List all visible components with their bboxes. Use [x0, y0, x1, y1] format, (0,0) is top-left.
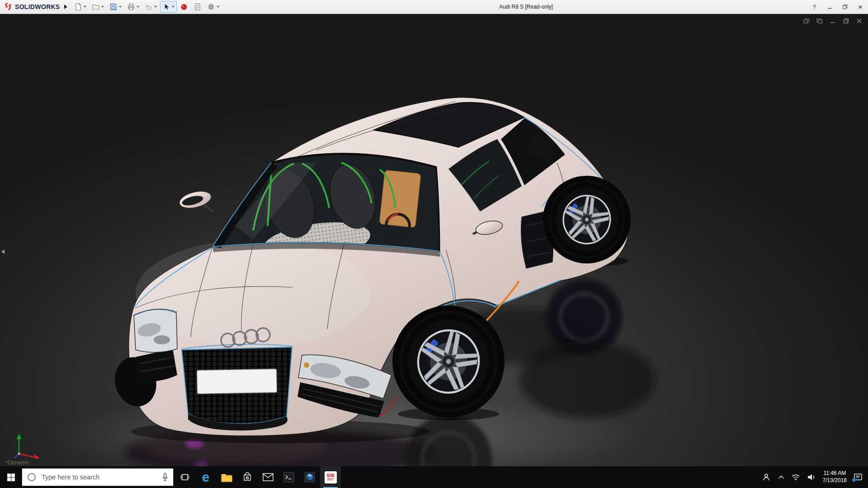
doc-pane-button-1[interactable]	[803, 17, 810, 24]
volume-button[interactable]	[807, 474, 816, 481]
quick-access-toolbar	[72, 1, 222, 13]
clock-date: 7/13/2018	[823, 477, 847, 484]
dropdown-caret-icon	[137, 6, 139, 8]
view-orientation-label: *Dimetric	[5, 459, 29, 466]
taskbar-app-edrawings[interactable]	[299, 466, 320, 488]
license-plate	[197, 369, 277, 394]
dropdown-caret-icon	[217, 6, 219, 8]
dropdown-caret-icon	[101, 6, 104, 8]
terminal-icon	[283, 472, 294, 483]
cortana-icon	[27, 472, 37, 482]
print-button[interactable]	[125, 1, 142, 13]
doc-pane-icon	[803, 18, 810, 24]
microphone-icon[interactable]	[161, 473, 169, 482]
taskbar-app-file-explorer[interactable]	[216, 466, 237, 488]
rebuild-button[interactable]	[178, 1, 190, 13]
solidworks-logo-icon	[4, 3, 13, 11]
edge-icon: e	[202, 471, 209, 484]
orientation-triad	[11, 431, 43, 461]
options-gear-icon	[207, 3, 215, 11]
new-document-icon	[74, 3, 82, 11]
undo-icon	[145, 3, 153, 11]
select-button[interactable]	[160, 1, 177, 13]
doc-pane-icon	[816, 18, 823, 24]
task-view-icon	[180, 472, 190, 482]
titlebar: SOLIDWORKS	[0, 0, 868, 14]
doc-restore-button[interactable]	[842, 17, 849, 24]
cad-cube-icon	[304, 472, 315, 483]
wifi-icon	[791, 474, 800, 481]
3d-model-audi-r8[interactable]	[0, 14, 868, 466]
open-icon	[92, 3, 100, 11]
print-icon	[127, 3, 135, 11]
restore-icon	[842, 4, 848, 9]
options-button[interactable]	[205, 1, 222, 13]
taskbar-app-solidworks-2017[interactable]: SW 2017	[320, 466, 341, 488]
window-controls: ? ×	[810, 0, 864, 14]
clock-time: 11:46 AM	[823, 470, 847, 477]
open-button[interactable]	[90, 1, 106, 13]
doc-pane-button-2[interactable]	[816, 17, 823, 24]
people-button[interactable]	[761, 473, 771, 482]
chevron-up-icon	[778, 475, 784, 479]
screen: SOLIDWORKS	[0, 0, 868, 488]
dropdown-caret-icon	[84, 6, 86, 8]
doc-minimize-button[interactable]	[829, 17, 836, 24]
restore-button[interactable]	[841, 2, 849, 11]
speaker-icon	[807, 474, 816, 481]
people-icon	[761, 473, 771, 482]
store-icon	[243, 472, 252, 482]
doc-close-icon	[856, 18, 862, 24]
dropdown-caret-icon	[119, 6, 122, 8]
taskbar-app-terminal[interactable]	[278, 466, 299, 488]
solidworks-app-icon: SW 2017	[325, 471, 337, 483]
system-tray: 11:46 AM 7/13/2018	[761, 470, 868, 484]
help-button[interactable]: ?	[810, 2, 818, 11]
taskbar-apps: e	[175, 466, 341, 488]
solidworks-logo: SOLIDWORKS	[0, 3, 62, 11]
undo-button[interactable]	[142, 1, 159, 13]
chevron-left-icon	[1, 249, 5, 254]
minimize-icon	[827, 5, 832, 9]
save-button[interactable]	[107, 1, 124, 13]
new-document-button[interactable]	[72, 1, 89, 13]
graphics-area[interactable]: *Dimetric	[0, 14, 868, 466]
close-button[interactable]: ×	[856, 2, 864, 11]
taskbar: e	[0, 466, 868, 488]
taskbar-app-store[interactable]	[237, 466, 258, 488]
dropdown-caret-icon	[172, 6, 175, 8]
app-name: SOLIDWORKS	[15, 3, 60, 10]
mail-icon	[263, 473, 274, 481]
task-view-button[interactable]	[175, 466, 195, 488]
search-input[interactable]	[41, 473, 157, 481]
file-explorer-icon	[221, 473, 232, 482]
windows-logo-icon	[7, 473, 15, 482]
network-button[interactable]	[791, 474, 800, 481]
rebuild-icon	[180, 3, 188, 11]
minimize-button[interactable]	[826, 2, 834, 11]
document-window-controls	[803, 17, 863, 24]
window-title: Audi R8 S [Read-only]	[499, 4, 553, 10]
file-properties-icon	[193, 3, 202, 11]
save-icon	[109, 3, 118, 11]
featuremanager-collapse-tab[interactable]	[0, 242, 5, 262]
select-cursor-icon	[162, 3, 170, 11]
doc-minimize-icon	[830, 18, 836, 24]
taskbar-search[interactable]	[22, 468, 174, 486]
dropdown-caret-icon	[154, 6, 157, 8]
close-icon: ×	[858, 3, 863, 11]
doc-close-button[interactable]	[855, 17, 863, 24]
toolbar-flyout-arrow-icon[interactable]	[64, 5, 67, 9]
doc-restore-icon	[843, 18, 849, 24]
taskbar-app-edge[interactable]: e	[195, 466, 216, 488]
hidden-icons-button[interactable]	[778, 475, 784, 479]
taskbar-clock[interactable]: 11:46 AM 7/13/2018	[823, 470, 847, 484]
taskbar-app-mail[interactable]	[258, 466, 278, 488]
action-center-button[interactable]	[854, 473, 863, 482]
start-button[interactable]	[0, 466, 22, 488]
notification-badge	[852, 478, 856, 482]
file-properties-button[interactable]	[191, 1, 204, 13]
